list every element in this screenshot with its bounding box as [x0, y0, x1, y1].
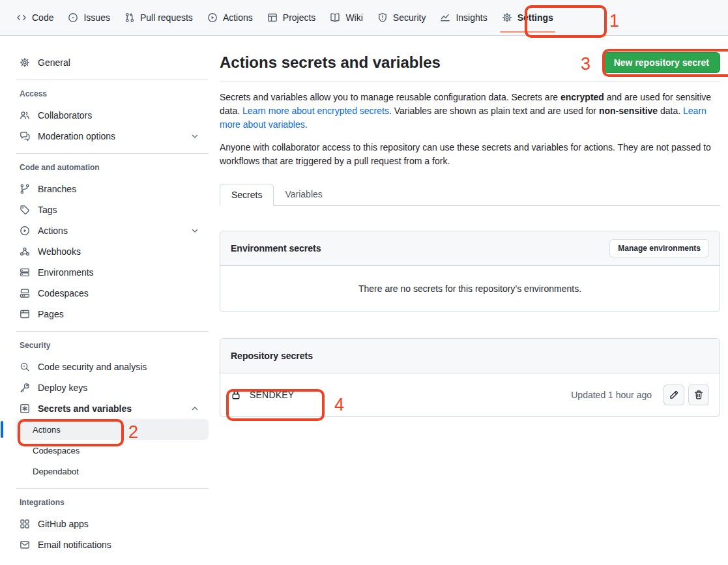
mail-icon: [20, 540, 30, 550]
sidebar-item-github-apps[interactable]: GitHub apps: [16, 514, 209, 534]
chevron-down-icon: [190, 226, 199, 235]
sidebar-item-actions[interactable]: Actions: [16, 220, 209, 241]
divider: [16, 331, 209, 332]
delete-secret-button[interactable]: [688, 384, 709, 405]
sidebar-item-webhooks[interactable]: Webhooks: [16, 241, 209, 262]
nav-tab-actions[interactable]: Actions: [201, 0, 259, 36]
play-circle-icon: [20, 225, 30, 236]
book-icon: [330, 12, 340, 23]
divider: [16, 488, 209, 489]
tag-icon: [20, 205, 30, 215]
codespaces-icon: [20, 288, 30, 298]
secret-name: SENDKEY: [250, 390, 294, 400]
encrypted-secrets-link[interactable]: Learn more about encrypted secrets: [242, 106, 389, 116]
secret-updated-text: Updated 1 hour ago: [571, 390, 652, 400]
divider: [16, 153, 209, 154]
sidebar-item-email-notifications[interactable]: Email notifications: [16, 534, 209, 555]
new-repository-secret-button[interactable]: New repository secret: [603, 52, 720, 73]
code-icon: [16, 12, 27, 23]
page-title: Actions secrets and variables: [220, 53, 441, 72]
nav-label: Actions: [223, 12, 253, 23]
sidebar-item-label: Tags: [38, 205, 57, 215]
sidebar-item-label: Webhooks: [38, 246, 81, 257]
sidebar-item-label: Deploy keys: [38, 383, 87, 393]
sidebar-subitem-dependabot[interactable]: Dependabot: [16, 461, 209, 482]
settings-sidebar: General Access Collaborators Moderation …: [0, 36, 220, 555]
people-icon: [20, 110, 30, 121]
nav-tab-pull-requests[interactable]: Pull requests: [119, 0, 199, 36]
sidebar-item-tags[interactable]: Tags: [16, 199, 209, 220]
sidebar-item-branches[interactable]: Branches: [16, 179, 209, 199]
chevron-down-icon: [190, 132, 199, 141]
annotation-label-4: 4: [334, 396, 344, 414]
sidebar-subitem-label: Actions: [33, 425, 61, 435]
sidebar-item-pages[interactable]: Pages: [16, 304, 209, 325]
lock-icon: [231, 390, 241, 400]
nav-tab-settings[interactable]: Settings: [496, 0, 559, 36]
sidebar-section-security: Security: [16, 341, 209, 350]
trash-icon: [693, 390, 704, 400]
text-bold: encrypted: [561, 92, 604, 102]
repository-secrets-card: Repository secrets SENDKEY Updated 1 hou…: [220, 338, 720, 417]
sidebar-item-label: GitHub apps: [38, 519, 89, 529]
sidebar-item-label: Secrets and variables: [38, 403, 132, 414]
nav-tab-insights[interactable]: Insights: [434, 0, 493, 36]
text-run: . Variables are shown as plain text and …: [389, 106, 599, 116]
nav-label: Pull requests: [140, 12, 193, 23]
sidebar-item-codespaces[interactable]: Codespaces: [16, 283, 209, 304]
sidebar-item-label: Collaborators: [38, 110, 92, 121]
nav-tab-issues[interactable]: Issues: [62, 0, 115, 36]
annotation-label-3: 3: [581, 55, 590, 73]
sidebar-item-label: Codespaces: [38, 288, 89, 298]
comment-discussion-icon: [20, 131, 30, 141]
environment-secrets-title: Environment secrets: [231, 243, 321, 254]
active-tab-underline: [500, 31, 555, 33]
nav-tab-code[interactable]: Code: [10, 0, 59, 36]
nav-label: Wiki: [345, 12, 362, 23]
nav-label: Projects: [283, 12, 316, 23]
sidebar-item-label: Code security and analysis: [38, 362, 147, 372]
edit-secret-button[interactable]: [663, 384, 684, 405]
sidebar-item-label: Actions: [38, 225, 68, 236]
sidebar-item-code-security[interactable]: Code security and analysis: [16, 356, 209, 377]
sidebar-item-collaborators[interactable]: Collaborators: [16, 105, 209, 126]
nav-tab-security[interactable]: Security: [371, 0, 432, 36]
nav-label: Insights: [456, 12, 487, 23]
tab-variables[interactable]: Variables: [274, 184, 333, 205]
nav-tab-projects[interactable]: Projects: [261, 0, 322, 36]
secrets-variables-tabbar: Secrets Variables: [220, 184, 720, 206]
shield-icon: [377, 12, 388, 23]
github-repo-settings-page: Code Issues Pull requests Actions Projec…: [0, 0, 728, 565]
nav-label: Issues: [83, 12, 109, 23]
browser-icon: [20, 309, 30, 319]
nav-label: Settings: [517, 12, 553, 23]
sidebar-section-access: Access: [16, 89, 209, 98]
sidebar-item-deploy-keys[interactable]: Deploy keys: [16, 377, 209, 398]
tab-secrets[interactable]: Secrets: [220, 184, 274, 206]
webhook-icon: [20, 246, 30, 257]
sidebar-item-secrets-and-variables[interactable]: Secrets and variables: [16, 398, 209, 419]
nav-label: Code: [32, 12, 53, 23]
main-content: Actions secrets and variables New reposi…: [220, 36, 720, 417]
environment-secrets-card: Environment secrets Manage environments …: [220, 231, 720, 312]
gear-icon: [502, 12, 512, 23]
sidebar-item-label: Moderation options: [38, 131, 115, 141]
sidebar-subitem-label: Dependabot: [33, 467, 79, 476]
sidebar-item-label: Environments: [38, 267, 94, 278]
sidebar-subitem-actions[interactable]: Actions: [16, 419, 209, 440]
divider: [220, 81, 720, 81]
apps-grid-icon: [20, 519, 30, 529]
issue-icon: [68, 12, 78, 23]
divider: [16, 80, 209, 80]
sidebar-subitem-codespaces[interactable]: Codespaces: [16, 440, 209, 461]
asterisk-box-icon: [20, 403, 30, 414]
git-branch-icon: [20, 184, 30, 194]
sidebar-item-general[interactable]: General: [16, 52, 209, 73]
sidebar-item-environments[interactable]: Environments: [16, 262, 209, 283]
manage-environments-button[interactable]: Manage environments: [609, 239, 709, 257]
chevron-up-icon: [190, 404, 199, 413]
nav-tab-wiki[interactable]: Wiki: [324, 0, 368, 36]
sidebar-item-label: General: [38, 57, 70, 68]
sidebar-item-moderation-options[interactable]: Moderation options: [16, 126, 209, 147]
play-circle-icon: [207, 12, 218, 23]
